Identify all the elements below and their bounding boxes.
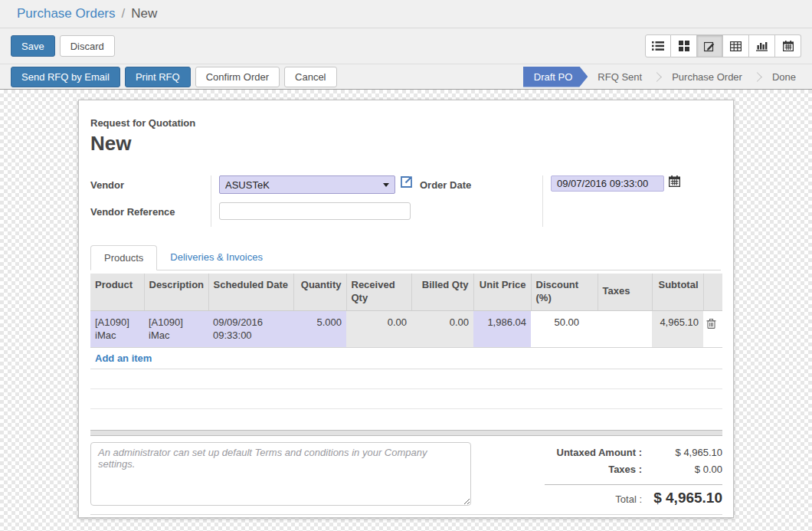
form-sheet: Request for Quotation New Vendor Vendor … xyxy=(78,100,734,518)
kanban-view-button[interactable] xyxy=(671,34,697,57)
taxes-value: $ 0.00 xyxy=(642,464,722,475)
breadcrumb-separator: / xyxy=(122,6,126,21)
tab-deliveries-invoices[interactable]: Deliveries & Invoices xyxy=(157,245,276,270)
order-lines-table: Product Description Scheduled Date Quant… xyxy=(90,274,722,348)
vendor-select[interactable]: ASUSTeK xyxy=(219,175,395,194)
empty-line-row[interactable] xyxy=(90,389,722,409)
total-value: $ 4,965.10 xyxy=(642,490,722,506)
form-view-button[interactable] xyxy=(697,34,723,57)
add-an-item-link[interactable]: Add an item xyxy=(90,348,722,369)
col-scheduled-date[interactable]: Scheduled Date xyxy=(208,274,293,310)
breadcrumb-parent-link[interactable]: Purchase Orders xyxy=(17,6,116,21)
cell-subtotal: 4,965.10 xyxy=(652,310,703,347)
page-title: New xyxy=(90,132,721,156)
col-product[interactable]: Product xyxy=(90,274,144,310)
col-billed-qty[interactable]: Billed Qty xyxy=(411,274,473,310)
left-field-group: Vendor Vendor Reference ASUSTeK xyxy=(90,175,420,227)
cell-unit-price[interactable]: 1,986.04 xyxy=(473,310,531,347)
pivot-view-button[interactable] xyxy=(723,34,749,57)
status-draft-po[interactable]: Draft PO xyxy=(523,67,588,87)
sheet-footer: Untaxed Amount : $ 4,965.10 Taxes : $ 0.… xyxy=(90,442,722,506)
status-rfq-sent[interactable]: RFQ Sent xyxy=(592,67,647,87)
notebook-tabs: Products Deliveries & Invoices xyxy=(90,245,721,270)
discard-button[interactable]: Discard xyxy=(60,35,115,57)
cell-received-qty: 0.00 xyxy=(346,310,411,347)
order-date-input[interactable]: 09/07/2016 09:33:00 xyxy=(551,175,664,192)
save-button[interactable]: Save xyxy=(11,35,55,57)
empty-line-row[interactable] xyxy=(90,369,722,389)
vendor-reference-input[interactable] xyxy=(219,202,411,220)
graph-view-button[interactable] xyxy=(749,34,775,57)
cell-billed-qty: 0.00 xyxy=(411,310,473,347)
col-taxes[interactable]: Taxes xyxy=(598,274,652,310)
col-received-qty[interactable]: Received Qty xyxy=(346,274,411,310)
toolbar: Save Discard xyxy=(0,28,812,64)
cell-product[interactable]: [A1090] iMac xyxy=(90,310,144,347)
send-rfq-by-email-button[interactable]: Send RFQ by Email xyxy=(11,67,120,87)
calendar-view-button[interactable] xyxy=(775,34,801,57)
order-line-row[interactable]: [A1090] iMac [A1090] iMac 09/09/2016 09:… xyxy=(90,310,722,347)
taxes-label: Taxes : xyxy=(608,464,642,475)
external-link-icon[interactable] xyxy=(401,175,413,188)
vendor-value: ASUSTeK xyxy=(225,179,270,191)
order-date-label: Order Date xyxy=(420,175,542,200)
cell-quantity[interactable]: 5.000 xyxy=(293,310,346,347)
col-quantity[interactable]: Quantity xyxy=(293,274,346,310)
form-background: Request for Quotation New Vendor Vendor … xyxy=(0,90,812,531)
footer-divider xyxy=(90,514,722,515)
col-actions xyxy=(703,274,722,310)
tab-products[interactable]: Products xyxy=(90,245,157,270)
col-unit-price[interactable]: Unit Price xyxy=(473,274,531,310)
cancel-button[interactable]: Cancel xyxy=(284,67,336,87)
chevron-right-icon xyxy=(652,72,662,82)
dropdown-caret-icon xyxy=(383,183,389,187)
kanban-icon xyxy=(679,41,689,51)
pivot-table-icon xyxy=(730,41,742,51)
list-view-button[interactable] xyxy=(645,34,671,57)
status-pipeline: Draft PO RFQ Sent Purchase Order Done xyxy=(523,67,801,87)
totals-divider xyxy=(545,484,722,485)
cell-taxes[interactable] xyxy=(598,310,652,347)
breadcrumb: Purchase Orders / New xyxy=(0,0,812,28)
bar-chart-icon xyxy=(756,41,768,51)
cell-discount[interactable]: 50.00 xyxy=(531,310,598,347)
field-groups: Vendor Vendor Reference ASUSTeK xyxy=(90,175,721,227)
col-description[interactable]: Description xyxy=(144,274,208,310)
cell-description[interactable]: [A1090] iMac xyxy=(144,310,208,347)
col-discount[interactable]: Discount (%) xyxy=(531,274,598,310)
workflow-buttons: Send RFQ by Email Print RFQ Confirm Orde… xyxy=(11,67,337,87)
col-subtotal[interactable]: Subtotal xyxy=(652,274,703,310)
vendor-reference-label: Vendor Reference xyxy=(90,202,211,227)
view-switcher xyxy=(645,34,801,57)
form-edit-icon xyxy=(704,41,715,52)
table-header-row: Product Description Scheduled Date Quant… xyxy=(90,274,722,310)
untaxed-amount-value: $ 4,965.10 xyxy=(642,447,722,458)
statusbar: Send RFQ by Email Print RFQ Confirm Orde… xyxy=(0,64,812,90)
chevron-right-icon xyxy=(752,72,762,82)
status-done[interactable]: Done xyxy=(767,67,801,87)
delete-line-button[interactable] xyxy=(705,316,718,333)
section-separator xyxy=(90,430,722,436)
list-icon xyxy=(652,41,664,51)
terms-and-conditions-textarea[interactable] xyxy=(90,442,471,506)
cell-scheduled-date[interactable]: 09/09/2016 09:33:00 xyxy=(208,310,293,347)
breadcrumb-current: New xyxy=(131,6,157,21)
vendor-label: Vendor xyxy=(90,175,211,200)
totals-block: Untaxed Amount : $ 4,965.10 Taxes : $ 0.… xyxy=(545,442,722,506)
print-rfq-button[interactable]: Print RFQ xyxy=(125,67,191,87)
document-type-label: Request for Quotation xyxy=(90,117,721,129)
calendar-icon xyxy=(783,41,794,51)
untaxed-amount-label: Untaxed Amount : xyxy=(557,447,642,458)
calendar-picker-icon[interactable] xyxy=(669,175,680,187)
confirm-order-button[interactable]: Confirm Order xyxy=(195,67,280,87)
status-purchase-order[interactable]: Purchase Order xyxy=(666,67,748,87)
right-field-group: Order Date 09/07/2016 09:33:00 xyxy=(420,175,680,227)
total-label: Total : xyxy=(615,493,642,505)
